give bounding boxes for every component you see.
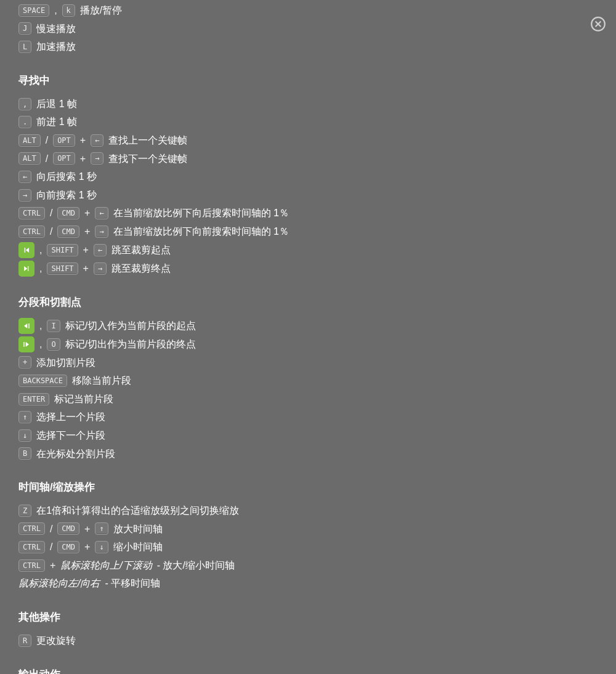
shortcut-description: 向后搜索 1 秒 [36,169,97,185]
shortcut-description: - 平移时间轴 [105,575,160,591]
shortcut-description: 标记/切出作为当前片段的终点 [65,336,196,352]
shortcut-description: 后退 1 帧 [36,96,77,112]
shortcut-description: 慢速播放 [36,21,76,37]
separator: / [49,205,54,221]
shortcut-description: 标记/切入作为当前片段的起点 [65,318,196,334]
shortcut-description: 播放/暂停 [80,2,122,18]
shortcut-row: .前进 1 帧 [18,114,598,130]
shortcut-row: ENTER标记当前片段 [18,391,598,407]
key-shift: SHIFT [47,244,78,256]
shortcut-description: 加速播放 [36,39,76,55]
shortcut-row: CTRL/CMD+←在当前缩放比例下向后搜索时间轴的 1％ [18,205,598,221]
shortcut-description: 在当前缩放比例下向前搜索时间轴的 1％ [113,224,289,240]
close-button[interactable] [590,16,606,32]
key--: → [18,189,31,201]
section-heading: 输出动作 [18,667,598,674]
shortcut-row: →向前搜索 1 秒 [18,187,598,203]
key-o: O [47,338,60,351]
section-heading: 寻找中 [18,73,598,87]
separator: + [82,261,90,277]
key-l: L [18,41,31,53]
separator: , [38,336,43,352]
key-backspace: BACKSPACE [18,375,67,387]
section-heading: 时间轴/缩放操作 [18,480,598,494]
shortcut-description: 更改旋转 [36,633,76,649]
key--: ↓ [18,429,31,442]
separator: + [83,205,91,221]
separator: + [82,242,90,258]
separator: + [79,132,87,148]
key-k: k [62,4,75,17]
key--: ← [94,244,107,256]
key-space: SPACE [18,4,49,17]
key-ctrl: CTRL [18,559,45,572]
separator: / [49,521,54,537]
shortcut-description: 添加切割片段 [36,355,95,371]
shortcut-description: 在1倍和计算得出的合适缩放级别之间切换缩放 [36,503,239,519]
key-b: B [18,447,31,460]
shortcut-description: 向前搜索 1 秒 [36,187,97,203]
shortcut-row: ALT/OPT+→查找下一个关键帧 [18,151,598,167]
separator: , [38,261,43,277]
shortcut-description: 放大时间轴 [113,521,163,537]
key-ctrl: CTRL [18,225,45,238]
separator: / [49,224,54,240]
section-heading: 分段和切割点 [18,295,598,309]
cut-in-icon[interactable] [18,318,34,334]
shortcut-description: 在当前缩放比例下向后搜索时间轴的 1％ [113,205,289,221]
key-alt: ALT [18,152,41,164]
key-alt: ALT [18,134,41,147]
shortcut-description: 移除当前片段 [72,373,131,389]
separator: , [53,2,58,18]
shortcut-description: 查找上一个关键帧 [108,132,187,148]
key--: + [18,356,31,368]
key-cmd: CMD [57,207,79,219]
shortcut-row: BACKSPACE移除当前片段 [18,373,598,389]
key--: ↓ [95,541,108,553]
separator: + [83,521,91,537]
key--: → [95,225,108,238]
separator: / [44,151,49,167]
separator: + [83,539,91,555]
key-enter: ENTER [18,393,49,405]
shortcut-row: B在光标处分割片段 [18,446,598,462]
shortcut-row: 鼠标滚轮向左/向右- 平移时间轴 [18,575,598,591]
shortcut-row: ←向后搜索 1 秒 [18,169,598,185]
key-z: Z [18,505,31,517]
key-shift: SHIFT [47,262,78,275]
key--: ← [18,171,31,183]
separator: , [38,318,43,334]
shortcut-row: ,后退 1 帧 [18,96,598,112]
key--: ↑ [95,522,108,535]
shortcut-row: ALT/OPT+←查找上一个关键帧 [18,132,598,148]
key-ctrl: CTRL [18,541,45,553]
mouse-hint: 鼠标滚轮向左/向右 [18,575,100,591]
separator: / [49,539,54,555]
key-r: R [18,635,31,647]
shortcut-row: CTRL/CMD+→在当前缩放比例下向前搜索时间轴的 1％ [18,224,598,240]
key-i: I [47,320,60,332]
key--: ← [95,207,108,219]
key--: , [18,98,31,110]
shortcut-row: Z在1倍和计算得出的合适缩放级别之间切换缩放 [18,503,598,519]
shortcut-row: ,I标记/切入作为当前片段的起点 [18,318,598,334]
key-cmd: CMD [57,541,79,553]
shortcut-description: 选择上一个片段 [36,409,105,425]
shortcut-row: CTRL/CMD+↓缩小时间轴 [18,539,598,555]
shortcut-row: +添加切割片段 [18,355,598,371]
shortcut-description: 前进 1 帧 [36,114,77,130]
shortcut-description: 查找下一个关键帧 [108,151,187,167]
shortcut-description: 标记当前片段 [54,391,113,407]
skip-end-icon[interactable] [18,261,34,277]
skip-start-icon[interactable] [18,242,34,258]
key-cmd: CMD [57,522,79,535]
shortcut-row: CTRL+鼠标滚轮向上/下滚动- 放大/缩小时间轴 [18,558,598,574]
key-cmd: CMD [57,225,79,238]
shortcut-row: L加速播放 [18,39,598,55]
section-heading: 其他操作 [18,610,598,624]
cut-out-icon[interactable] [18,336,34,352]
shortcut-row: ↑选择上一个片段 [18,409,598,425]
key--: . [18,116,31,128]
shortcut-row: ,SHIFT+←跳至裁剪起点 [18,242,598,258]
separator: + [83,224,91,240]
